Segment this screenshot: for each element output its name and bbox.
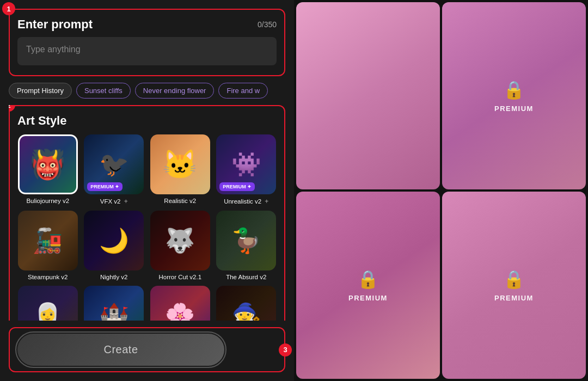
preview-card-bottom-left: 🔒 PREMIUM	[296, 192, 440, 379]
prompt-title: Enter prompt	[17, 17, 93, 32]
lock-icon-bottom-left: 🔒	[357, 269, 379, 290]
create-section-wrapper: 3 Create	[9, 327, 285, 372]
premium-badge-vfx: PREMIUM ✦	[87, 182, 122, 191]
style-thumb-unrealistic: 👾 PREMIUM ✦	[216, 134, 276, 194]
style-thumb-steampunk: 🚂	[18, 211, 78, 271]
style-thumb-buliojourney: 👹	[18, 134, 78, 194]
create-button[interactable]: Create	[17, 334, 224, 366]
premium-label-top-right: PREMIUM	[494, 105, 534, 113]
art-title: Art Style	[17, 114, 277, 128]
style-thumb-nightly: 🌙	[84, 211, 144, 271]
style-label-buliojourney: Buliojourney v2	[26, 198, 69, 204]
style-illustrated[interactable]: 🏰 PREMIUM ✦ Illustrated v2 +	[84, 286, 145, 321]
prompt-header: Enter prompt 0/350	[17, 17, 277, 32]
step3-indicator: 3	[279, 343, 292, 357]
style-label-vfx: VFX v2 +	[100, 198, 128, 205]
suggestion-chip-1[interactable]: Sunset cliffs	[76, 83, 131, 99]
suggestion-chip-3[interactable]: Fire and w	[218, 83, 268, 99]
preview-card-bottom-right: 🔒 PREMIUM	[442, 192, 586, 379]
style-figure[interactable]: 👩‍🦳 PREMIUM ✦ Figure v2 +	[17, 286, 78, 321]
prompt-counter: 0/350	[258, 20, 277, 29]
prompt-section-wrapper: 1 Enter prompt 0/350	[9, 9, 285, 76]
style-horror2[interactable]: 🧙 Horror v2	[216, 286, 277, 321]
prompt-input[interactable]	[17, 37, 277, 65]
history-row: Prompt History Sunset cliffs Never endin…	[9, 83, 285, 99]
style-steampunk[interactable]: 🚂 Steampunk v2	[17, 211, 78, 280]
style-thumb-horror2: 🧙	[216, 286, 276, 321]
style-realistic[interactable]: 🐱 Realistic v2	[150, 134, 211, 205]
art-section: Art Style 👹 Buliojourney v2 🐦‍⬛	[9, 105, 285, 321]
style-nightly[interactable]: 🌙 Nightly v2	[84, 211, 145, 280]
preview-card-top-right: 🔒 PREMIUM	[442, 2, 586, 189]
style-thumb-illustrated: 🏰 PREMIUM ✦	[84, 286, 144, 321]
left-panel: 1 Enter prompt 0/350 Prompt History Suns…	[0, 0, 294, 381]
style-thumb-absurd: 🦆	[216, 211, 276, 271]
style-label-horror-cut: Horror Cut v2.1	[158, 274, 201, 280]
style-horror-cut[interactable]: 🐺 Horror Cut v2.1	[150, 211, 211, 280]
right-panel: 🔒 PREMIUM 🔒 PREMIUM 🔒 PREMIUM	[294, 0, 588, 381]
style-label-realistic: Realistic v2	[164, 198, 196, 204]
step1-indicator: 1	[2, 2, 15, 15]
styles-grid: 👹 Buliojourney v2 🐦‍⬛ PREMIUM ✦ VFX v2 +	[17, 134, 277, 321]
style-label-nightly: Nightly v2	[100, 274, 128, 280]
create-section: Create	[9, 327, 285, 372]
prompt-history-button[interactable]: Prompt History	[9, 83, 72, 99]
style-label-unrealistic: Unrealistic v2 +	[224, 198, 268, 205]
lock-icon-bottom-right: 🔒	[503, 269, 525, 290]
style-flora[interactable]: 🌸 Flora v2	[150, 286, 211, 321]
premium-label-bottom-right: PREMIUM	[494, 294, 534, 302]
style-absurd[interactable]: 🦆 The Absurd v2	[216, 211, 277, 280]
style-thumb-horror-cut: 🐺	[150, 211, 210, 271]
style-thumb-figure: 👩‍🦳 PREMIUM ✦	[18, 286, 78, 321]
premium-label-bottom-left: PREMIUM	[348, 294, 388, 302]
style-buliojourney[interactable]: 👹 Buliojourney v2	[17, 134, 78, 205]
lock-icon-top-right: 🔒	[503, 79, 525, 100]
style-vfx[interactable]: 🐦‍⬛ PREMIUM ✦ VFX v2 +	[84, 134, 145, 205]
style-thumb-realistic: 🐱	[150, 134, 210, 194]
style-thumb-flora: 🌸	[150, 286, 210, 321]
art-section-wrapper: 2 Art Style 👹 Buliojourney v2 🐦‍	[9, 105, 285, 321]
style-unrealistic[interactable]: 👾 PREMIUM ✦ Unrealistic v2 +	[216, 134, 277, 205]
style-label-steampunk: Steampunk v2	[28, 274, 68, 280]
preview-card-top-left	[296, 2, 440, 189]
style-thumb-vfx: 🐦‍⬛ PREMIUM ✦	[84, 134, 144, 194]
suggestion-chip-2[interactable]: Never ending flower	[135, 83, 215, 99]
style-label-absurd: The Absurd v2	[226, 274, 266, 280]
premium-badge-unrealistic: PREMIUM ✦	[219, 182, 255, 191]
prompt-section: Enter prompt 0/350	[9, 9, 285, 76]
